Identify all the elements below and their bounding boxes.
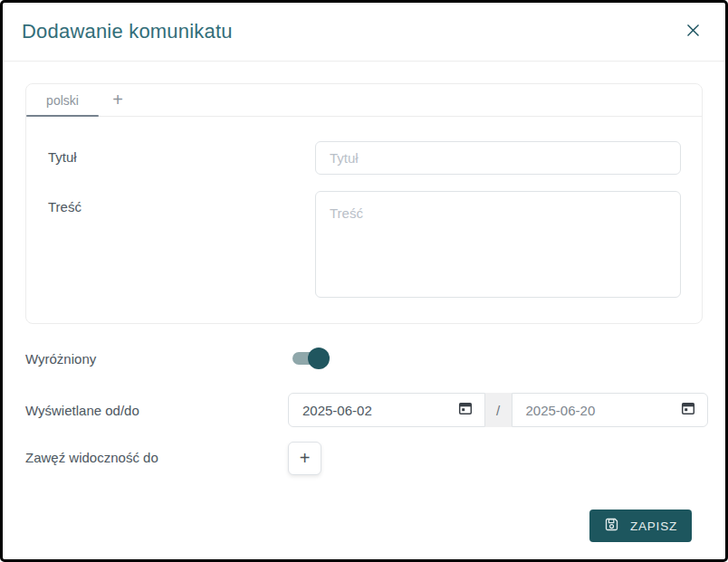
date-from-input[interactable]: 2025-06-02 (288, 393, 485, 427)
date-range-group: 2025-06-02 / 2025-06-20 (288, 393, 708, 427)
content-label: Treść (48, 191, 315, 214)
visibility-field: + (288, 442, 708, 475)
title-field-wrap (315, 141, 681, 175)
language-panel-body: Tytuł Treść (26, 117, 702, 323)
featured-label: Wyróżniony (25, 351, 288, 367)
title-row: Tytuł (48, 141, 681, 175)
save-button-label: ZAPISZ (630, 519, 677, 533)
add-visibility-button[interactable]: + (288, 442, 321, 475)
close-icon (686, 24, 700, 40)
featured-toggle[interactable] (292, 348, 330, 369)
toggle-thumb (308, 348, 330, 369)
tab-polski[interactable]: polski (26, 84, 99, 116)
add-language-button[interactable]: + (99, 84, 137, 116)
dialog-header: Dodawanie komunikatu (3, 3, 725, 62)
plus-icon: + (300, 448, 311, 469)
language-panel: polski + Tytuł Treść (25, 83, 703, 324)
display-dates-row: Wyświetlane od/do 2025-06-02 / (25, 393, 708, 427)
dialog-title: Dodawanie komunikatu (22, 20, 233, 43)
save-button[interactable]: ZAPISZ (589, 510, 692, 542)
date-to-input[interactable]: 2025-06-20 (512, 393, 709, 427)
visibility-row: Zawęź widoczność do + (25, 442, 708, 475)
dialog-footer: ZAPISZ (25, 475, 708, 542)
content-row: Treść (48, 191, 681, 301)
save-icon (604, 517, 619, 535)
date-range-separator: / (485, 393, 512, 427)
date-to-value: 2025-06-20 (526, 403, 596, 418)
title-label: Tytuł (48, 141, 315, 165)
dialog-body: polski + Tytuł Treść (3, 62, 725, 542)
calendar-icon[interactable] (681, 401, 695, 419)
content-field-wrap (315, 191, 681, 301)
display-dates-label: Wyświetlane od/do (25, 403, 288, 418)
close-button[interactable] (680, 19, 705, 44)
title-input[interactable] (315, 141, 681, 175)
featured-field (288, 348, 708, 369)
content-textarea[interactable] (315, 191, 681, 298)
plus-icon: + (112, 90, 123, 110)
featured-row: Wyróżniony (25, 348, 708, 369)
language-tabs: polski + (26, 84, 702, 117)
add-announcement-dialog: Dodawanie komunikatu polski + Tytuł (0, 0, 728, 562)
display-dates-field: 2025-06-02 / 2025-06-20 (288, 393, 708, 427)
visibility-label: Zawęź widoczność do (25, 442, 288, 465)
date-from-value: 2025-06-02 (302, 403, 372, 418)
calendar-icon[interactable] (458, 401, 473, 419)
